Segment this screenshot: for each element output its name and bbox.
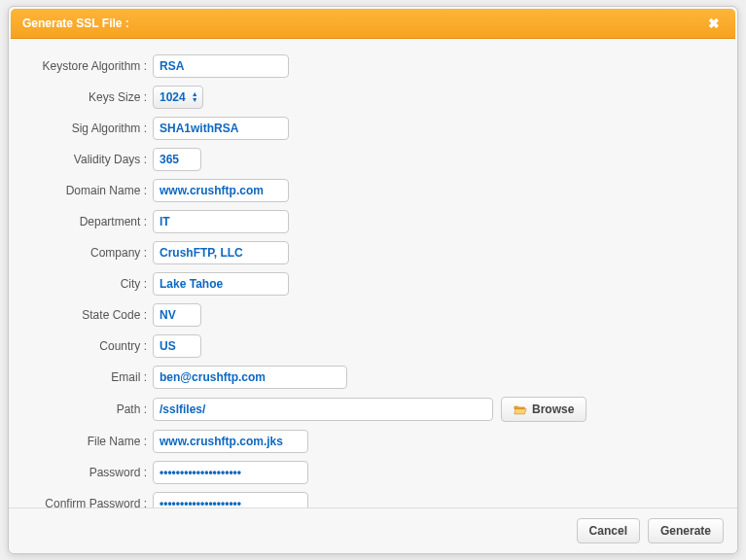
file-name-input[interactable]	[153, 430, 308, 453]
label-email: Email :	[26, 370, 153, 384]
country-input[interactable]	[153, 334, 201, 358]
form-area: Keystore Algorithm : Keys Size : 1024 ▲▼…	[9, 41, 737, 508]
confirm-password-input[interactable]	[153, 492, 308, 508]
generate-ssl-modal: Generate SSL File : ✖ Keystore Algorithm…	[8, 6, 738, 554]
modal-title: Generate SSL File :	[22, 17, 129, 30]
label-sig-algorithm: Sig Algorithm :	[26, 122, 153, 135]
modal-titlebar: Generate SSL File : ✖	[11, 9, 735, 39]
domain-name-input[interactable]	[153, 179, 289, 202]
company-input[interactable]	[153, 241, 289, 264]
modal-footer: Cancel Generate	[9, 508, 737, 553]
label-company: Company :	[26, 246, 153, 260]
label-confirm-password: Confirm Password :	[26, 497, 153, 508]
label-keystore-algorithm: Keystore Algorithm :	[26, 59, 153, 73]
path-input[interactable]	[153, 398, 493, 421]
folder-open-icon	[514, 404, 527, 415]
email-input[interactable]	[153, 366, 347, 389]
close-icon[interactable]: ✖	[704, 16, 724, 31]
label-country: Country :	[26, 339, 153, 353]
stepper-icon: ▲▼	[190, 91, 198, 103]
cancel-button[interactable]: Cancel	[577, 518, 640, 543]
sig-algorithm-input[interactable]	[153, 117, 289, 140]
label-file-name: File Name :	[26, 435, 153, 448]
keys-size-value: 1024	[160, 90, 190, 104]
label-department: Department :	[26, 215, 153, 228]
validity-days-input[interactable]	[153, 148, 201, 171]
label-password: Password :	[26, 466, 153, 479]
label-domain-name: Domain Name :	[26, 184, 153, 197]
department-input[interactable]	[153, 210, 289, 233]
keys-size-select[interactable]: 1024 ▲▼	[153, 86, 203, 109]
label-city: City :	[26, 277, 153, 291]
state-code-input[interactable]	[153, 303, 201, 327]
label-keys-size: Keys Size :	[26, 90, 153, 104]
keystore-algorithm-input[interactable]	[153, 54, 289, 78]
label-validity-days: Validity Days :	[26, 153, 153, 166]
generate-button[interactable]: Generate	[648, 518, 724, 543]
password-input[interactable]	[153, 461, 308, 484]
city-input[interactable]	[153, 272, 289, 296]
browse-label: Browse	[532, 402, 574, 416]
label-path: Path :	[26, 402, 153, 416]
browse-button[interactable]: Browse	[501, 397, 586, 422]
label-state-code: State Code :	[26, 308, 153, 322]
